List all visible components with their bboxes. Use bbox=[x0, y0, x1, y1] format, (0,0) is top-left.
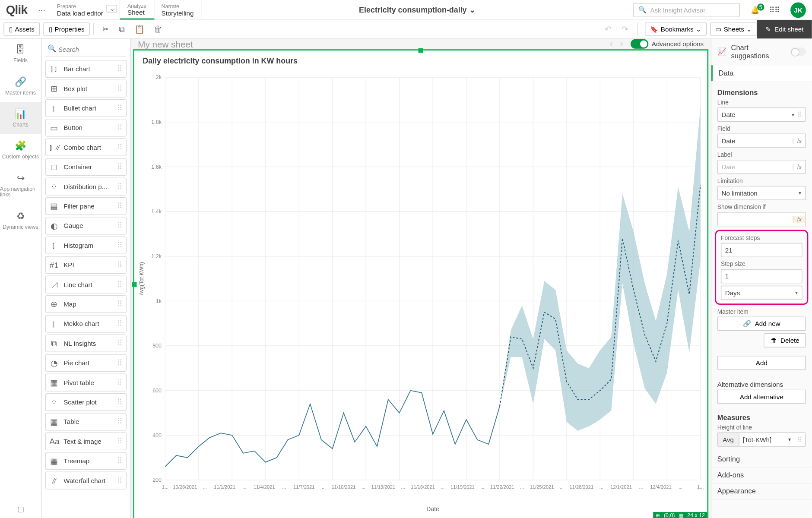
redo-icon[interactable]: ↷ bbox=[617, 24, 634, 34]
dimension-row[interactable]: Date▾⠿ bbox=[717, 107, 806, 122]
fx-icon[interactable]: fx bbox=[793, 138, 802, 144]
left-tab-custom[interactable]: 🧩Custom objects bbox=[0, 134, 41, 166]
section-sorting[interactable]: Sorting bbox=[711, 452, 812, 467]
more-icon[interactable]: ⋯ bbox=[33, 6, 50, 14]
chart-type-label: Bar chart bbox=[63, 65, 90, 73]
step-size-input[interactable]: 1 bbox=[721, 269, 802, 283]
grip-icon: ⠿ bbox=[117, 457, 122, 465]
fx-icon[interactable]: fx bbox=[793, 164, 802, 170]
label-input[interactable]: Datefx bbox=[717, 160, 806, 174]
svg-text:200: 200 bbox=[152, 477, 162, 483]
chart-type-item[interactable]: ⫿Histogram⠿ bbox=[45, 237, 127, 254]
left-tab-charts[interactable]: 📊Charts bbox=[0, 102, 41, 134]
chart-type-item[interactable]: ⩘Line chart⠿ bbox=[45, 275, 127, 293]
grip-icon[interactable]: ⠿ bbox=[797, 436, 805, 443]
undo-icon[interactable]: ↶ bbox=[600, 24, 617, 34]
chart-type-item[interactable]: ⊕Map⠿ bbox=[45, 295, 127, 313]
chart-canvas[interactable]: Daily electricity consumption in KW hour… bbox=[133, 49, 708, 518]
limitation-select[interactable]: No limitation▾ bbox=[717, 186, 806, 200]
user-avatar[interactable]: JK bbox=[790, 2, 806, 18]
step-size-label: Step size bbox=[721, 261, 802, 267]
app-launcher-icon[interactable]: ⠿⠿ bbox=[764, 6, 785, 14]
chart-type-item[interactable]: #1KPI⠿ bbox=[45, 256, 127, 274]
fx-icon[interactable]: fx bbox=[793, 216, 806, 222]
chart-type-item[interactable]: ⫿⫾Bar chart⠿ bbox=[45, 60, 127, 78]
grip-icon: ⠿ bbox=[117, 202, 122, 210]
bookmarks-button[interactable]: 🔖Bookmarks ⌄ bbox=[645, 22, 707, 35]
svg-text:...: ... bbox=[480, 484, 484, 490]
chart-type-item[interactable]: ◔Pie chart⠿ bbox=[45, 354, 127, 372]
measure-row[interactable]: Avg [Tot-KWh] ▾ ⠿ bbox=[717, 433, 806, 447]
grip-icon: ⠿ bbox=[117, 339, 122, 347]
properties-button[interactable]: ▯Properties bbox=[43, 22, 90, 35]
chart-type-item[interactable]: ⧉NL Insights⠿ bbox=[45, 335, 127, 352]
field-input[interactable]: Datefx bbox=[717, 134, 806, 148]
sheets-icon: ▭ bbox=[715, 25, 721, 33]
chart-type-item[interactable]: ▭Button⠿ bbox=[45, 119, 127, 136]
chevron-left-icon[interactable]: ‹ bbox=[606, 38, 616, 49]
svg-text:11/19/2021: 11/19/2021 bbox=[450, 484, 475, 490]
bookmark-icon: 🔖 bbox=[650, 25, 658, 33]
paste-icon[interactable]: 📋 bbox=[130, 24, 149, 34]
notification-badge: 5 bbox=[757, 3, 764, 11]
delete-icon[interactable]: 🗑 bbox=[149, 24, 167, 34]
add-button[interactable]: Add bbox=[717, 356, 806, 370]
left-tab-master[interactable]: 🔗Master items bbox=[0, 70, 41, 102]
chart-type-item[interactable]: ⊞Box plot⠿ bbox=[45, 79, 127, 97]
chart-type-icon: ▦ bbox=[49, 417, 59, 426]
step-size-unit-select[interactable]: Days▾ bbox=[721, 286, 802, 300]
chart-suggestions-toggle[interactable] bbox=[790, 47, 806, 56]
chart-type-item[interactable]: □Container⠿ bbox=[45, 158, 127, 176]
add-new-button[interactable]: 🔗Add new bbox=[717, 316, 806, 331]
section-data[interactable]: Data bbox=[711, 65, 812, 81]
grip-icon[interactable]: ⠿ bbox=[797, 111, 802, 119]
left-tab-fields[interactable]: 🗄Fields bbox=[0, 38, 41, 70]
chart-type-item[interactable]: AaText & image⠿ bbox=[45, 433, 127, 450]
section-addons[interactable]: Add-ons bbox=[711, 467, 812, 483]
forecast-steps-input[interactable]: 21 bbox=[721, 243, 802, 257]
edit-sheet-button[interactable]: ✎Edit sheet bbox=[757, 20, 812, 38]
chevron-down-icon[interactable]: ⌄ bbox=[107, 5, 117, 13]
chart-type-item[interactable]: ⫿⫽Combo chart⠿ bbox=[45, 139, 127, 156]
arrow-icon: ↪ bbox=[17, 172, 25, 183]
svg-text:1...: 1... bbox=[162, 484, 168, 490]
chart-type-item[interactable]: ▤Filter pane⠿ bbox=[45, 197, 127, 215]
nav-prepare[interactable]: Prepare Data load editor ⌄ bbox=[50, 0, 120, 19]
assets-button[interactable]: ▯Assets bbox=[3, 22, 40, 35]
grip-icon: ⠿ bbox=[117, 221, 122, 230]
chart-type-item[interactable]: ⁘Scatter plot⠿ bbox=[45, 393, 127, 411]
show-if-input[interactable]: fx bbox=[717, 212, 806, 226]
notifications-button[interactable]: 🔔 5 bbox=[746, 6, 764, 14]
sheets-button[interactable]: ▭Sheets ⌄ bbox=[710, 22, 757, 35]
chart-type-label: Filter pane bbox=[63, 202, 95, 210]
delete-button[interactable]: 🗑Delete bbox=[764, 333, 806, 347]
sheet-name[interactable]: My new sheet bbox=[138, 39, 193, 49]
field-label: Field bbox=[717, 125, 806, 132]
grip-icon: ⠿ bbox=[117, 182, 122, 190]
chart-type-item[interactable]: ⫿Mekko chart⠿ bbox=[45, 315, 127, 332]
chart-type-item[interactable]: ▦Pivot table⠿ bbox=[45, 374, 127, 392]
svg-text:1...: 1... bbox=[697, 484, 704, 490]
chart-type-item[interactable]: ▦Table⠿ bbox=[45, 413, 127, 430]
nav-narrate[interactable]: Narrate Storytelling bbox=[154, 0, 201, 19]
chart-type-item[interactable]: ⫽Waterfall chart⠿ bbox=[45, 472, 127, 490]
chevron-right-icon[interactable]: › bbox=[616, 38, 627, 49]
left-tab-appnav[interactable]: ↪App navigation links bbox=[0, 166, 41, 204]
nav-analyze[interactable]: Analyze Sheet bbox=[121, 0, 154, 19]
chart-type-item[interactable]: ▦Treemap⠿ bbox=[45, 452, 127, 470]
chart-type-label: Waterfall chart bbox=[63, 477, 105, 484]
chart-suggestions-label: Chart suggestions bbox=[731, 43, 785, 60]
chart-type-item[interactable]: ◐Gauge⠿ bbox=[45, 217, 127, 234]
cut-icon[interactable]: ✂ bbox=[98, 24, 114, 34]
app-title[interactable]: Electricity consumption-daily ⌄ bbox=[201, 5, 633, 14]
left-tab-dynamic[interactable]: ♻Dynamic views bbox=[0, 204, 41, 236]
advanced-options-toggle[interactable] bbox=[630, 39, 648, 49]
chart-type-item[interactable]: ⫿Bullet chart⠿ bbox=[45, 99, 127, 117]
left-tabs-bottom-icon[interactable]: ▢ bbox=[0, 500, 41, 518]
add-alternative-button[interactable]: Add alternative bbox=[717, 390, 806, 404]
section-appearance[interactable]: Appearance bbox=[711, 483, 812, 499]
chart-search-input[interactable] bbox=[45, 42, 127, 57]
chart-type-item[interactable]: ⁘Distribution p...⠿ bbox=[45, 177, 127, 195]
copy-icon[interactable]: ⧉ bbox=[114, 24, 130, 34]
insight-search[interactable]: 🔍 Ask Insight Advisor bbox=[633, 3, 740, 17]
